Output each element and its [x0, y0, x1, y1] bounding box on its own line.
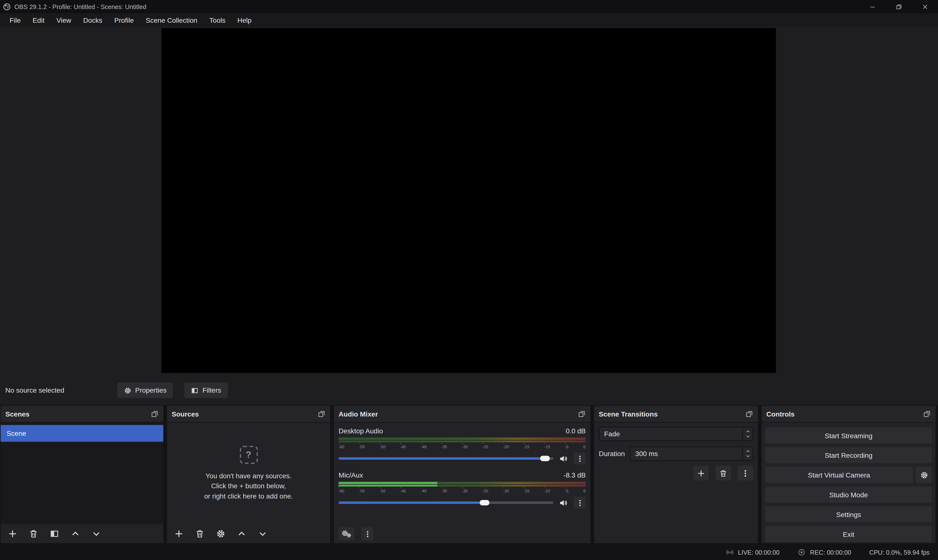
meter-tick-label: -45 [400, 445, 406, 450]
volume-slider-fill [338, 502, 484, 504]
empty-line-2: Click the + button below, [204, 481, 293, 491]
meter-tick-label: -60 [338, 489, 344, 494]
duration-value: 300 ms [635, 450, 658, 457]
meter-tick-label: -40 [421, 445, 427, 450]
mute-toggle-speaker-icon[interactable] [559, 454, 568, 463]
add-source-icon[interactable] [174, 529, 184, 538]
minimize-button[interactable] [859, 0, 886, 13]
volume-slider[interactable] [338, 457, 553, 460]
transition-select[interactable]: Fade [599, 427, 753, 441]
channel-db-value: -8.3 dB [563, 472, 586, 479]
volume-meter [338, 482, 586, 486]
filters-button[interactable]: Filters [185, 383, 228, 398]
menu-file[interactable]: File [4, 13, 26, 27]
live-status: LIVE: 00:00:00 [725, 548, 780, 556]
meter-tick-label: -10 [545, 489, 550, 494]
channel-menu-button[interactable] [574, 497, 586, 509]
audio-mixer-header: Audio Mixer [334, 406, 591, 423]
scene-transitions-dock: Scene Transitions Fade Duration 300 ms [593, 405, 759, 544]
meter-tick-label: -50 [380, 489, 386, 494]
sources-empty-area[interactable]: ? You don't have any sources. Click the … [167, 423, 330, 524]
menu-edit[interactable]: Edit [26, 13, 51, 27]
transition-properties-button[interactable] [737, 466, 753, 480]
meter-tick-label: -20 [503, 445, 509, 450]
source-toolbar: No source selected Properties Filters [0, 382, 938, 399]
move-scene-up-icon[interactable] [71, 529, 80, 538]
duration-spin-arrows[interactable] [742, 447, 753, 460]
minimize-icon [869, 3, 875, 10]
mute-toggle-speaker-icon[interactable] [559, 498, 568, 507]
meter-tick-label: -55 [359, 445, 365, 450]
sources-empty-text: You don't have any sources. Click the + … [204, 471, 293, 501]
kebab-icon [576, 455, 584, 462]
advanced-audio-properties-button[interactable] [338, 527, 354, 540]
channel-db-value: 0.0 dB [566, 427, 586, 434]
chevron-up-icon [745, 449, 750, 454]
meter-scale: -60-55-50-45-40-35-30-25-20-15-10-50 [338, 489, 586, 494]
kebab-icon [741, 469, 750, 477]
properties-button[interactable]: Properties [117, 383, 173, 398]
settings-button[interactable]: Settings [765, 506, 932, 522]
volume-slider-handle[interactable] [480, 500, 489, 505]
menu-help[interactable]: Help [231, 13, 258, 27]
scenes-list[interactable]: Scene [0, 423, 163, 524]
remove-source-icon[interactable] [195, 529, 205, 538]
source-properties-icon[interactable] [216, 529, 225, 538]
meter-tick-label: -5 [565, 445, 569, 450]
question-icon: ? [239, 446, 258, 463]
duration-label: Duration [599, 450, 630, 457]
gears-icon [341, 529, 352, 538]
scene-filters-icon[interactable] [49, 529, 59, 538]
obs-main-window: OBS 29.1.2 - Profile: Untitled - Scenes:… [0, 0, 938, 560]
preview-canvas[interactable] [161, 28, 776, 373]
scenes-dock-header: Scenes [0, 406, 163, 423]
trash-icon [719, 469, 727, 477]
duration-spinbox[interactable]: 300 ms [630, 446, 753, 461]
audio-mixer-title: Audio Mixer [338, 411, 378, 417]
remove-transition-button[interactable] [716, 466, 731, 480]
rec-status: REC: 00:00:00 [798, 548, 851, 556]
meter-tick-label: -55 [359, 489, 365, 494]
menu-scene-collection[interactable]: Scene Collection [140, 13, 203, 27]
close-button[interactable] [912, 0, 938, 13]
scene-list-item-selected[interactable]: Scene [0, 425, 163, 442]
transition-select-arrows[interactable] [742, 427, 753, 440]
scene-transitions-title: Scene Transitions [599, 411, 658, 417]
titlebar: OBS 29.1.2 - Profile: Untitled - Scenes:… [0, 0, 938, 13]
meter-tick-label: -10 [545, 445, 550, 450]
channel-menu-button[interactable] [574, 452, 586, 465]
studio-mode-button[interactable]: Studio Mode [765, 486, 932, 503]
volume-slider-handle[interactable] [540, 456, 549, 461]
remove-scene-icon[interactable] [29, 529, 39, 538]
maximize-button[interactable] [885, 0, 912, 13]
start-virtual-camera-button[interactable]: Start Virtual Camera [765, 467, 913, 483]
add-transition-button[interactable] [693, 466, 709, 480]
meter-tick-label: -25 [483, 489, 488, 494]
volume-slider[interactable] [338, 502, 553, 504]
exit-button[interactable]: Exit [765, 526, 932, 542]
gear-icon [919, 471, 928, 479]
rec-time: REC: 00:00:00 [810, 549, 851, 555]
preview-area: No source selected Properties Filters [0, 27, 938, 405]
menu-view[interactable]: View [51, 13, 77, 27]
start-recording-button[interactable]: Start Recording [765, 447, 932, 463]
obs-logo-icon [3, 3, 11, 11]
mixer-menu-button[interactable] [361, 527, 373, 540]
menu-profile[interactable]: Profile [108, 13, 140, 27]
scene-transitions-header: Scene Transitions [594, 406, 758, 423]
menu-tools[interactable]: Tools [204, 13, 231, 27]
kebab-icon [363, 530, 371, 538]
scenes-dock: Scenes Scene [0, 405, 164, 544]
cpu-status: CPU: 0.0%, 59.94 fps [869, 549, 929, 555]
chevron-down-icon [745, 434, 750, 439]
chevron-up-icon [745, 429, 750, 434]
meter-scale: -60-55-50-45-40-35-30-25-20-15-10-50 [338, 445, 586, 450]
start-streaming-button[interactable]: Start Streaming [765, 427, 932, 443]
menu-docks[interactable]: Docks [77, 13, 108, 27]
move-source-up-icon[interactable] [237, 529, 247, 538]
move-source-down-icon[interactable] [258, 529, 267, 538]
broadcast-icon [725, 548, 734, 556]
add-scene-icon[interactable] [8, 529, 17, 538]
move-scene-down-icon[interactable] [92, 529, 101, 538]
virtual-camera-settings-button[interactable] [916, 467, 932, 483]
